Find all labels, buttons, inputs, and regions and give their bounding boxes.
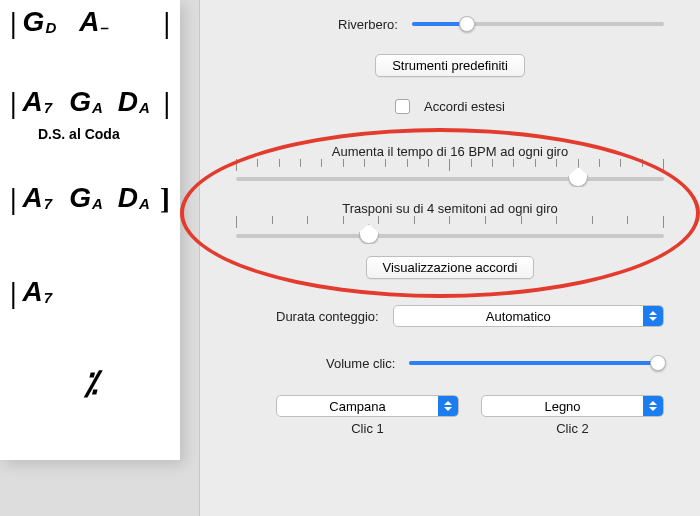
barline: | [163, 8, 170, 38]
default-instruments-button[interactable]: Strumenti predefiniti [375, 54, 525, 77]
click1-select[interactable]: Campana [276, 395, 459, 417]
settings-panel: Riverbero: Strumenti predefiniti Accordi… [200, 0, 700, 516]
reverb-slider[interactable] [412, 14, 664, 34]
count-duration-value: Automatico [404, 309, 633, 324]
transpose-label: Trasponi su di 4 semitoni ad ogni giro [236, 201, 664, 216]
reverb-label: Riverbero: [338, 17, 398, 32]
chord: GD [23, 6, 56, 38]
barline: | [10, 278, 17, 308]
tempo-increase-label: Aumenta il tempo di 16 BPM ad ogni giro [236, 144, 664, 159]
click2-caption: Clic 2 [481, 417, 664, 436]
barline: | [10, 184, 17, 214]
chord: GA [69, 182, 102, 214]
chord: DA [118, 86, 149, 118]
click2-value: Legno [492, 399, 633, 414]
click-volume-slider[interactable] [409, 353, 664, 373]
chord: GA [69, 86, 102, 118]
chevrons-icon [643, 396, 663, 416]
chord-sheet: | GD A– | D.S. al Coda | A7 GA DA | | A7… [0, 0, 180, 460]
click1-caption: Clic 1 [276, 417, 459, 436]
chord: A7 [23, 276, 52, 308]
chord-view-button[interactable]: Visualizzazione accordi [366, 256, 535, 279]
tempo-increase-slider[interactable] [236, 159, 664, 197]
barline: | [10, 88, 17, 118]
click1-value: Campana [287, 399, 428, 414]
count-duration-select[interactable]: Automatico [393, 305, 664, 327]
click2-select[interactable]: Legno [481, 395, 664, 417]
transpose-slider[interactable] [236, 216, 664, 254]
chord: A7 [23, 182, 52, 214]
click-volume-label: Volume clic: [326, 356, 395, 371]
chevrons-icon [643, 306, 663, 326]
chord: A7 [23, 86, 52, 118]
chord: DA [118, 182, 149, 214]
chord: A– [79, 6, 108, 38]
extended-chords-checkbox[interactable] [395, 99, 410, 114]
chevrons-icon [438, 396, 458, 416]
end-bracket: ] [160, 184, 170, 214]
count-duration-label: Durata conteggio: [276, 309, 379, 324]
barline: | [10, 8, 17, 38]
ds-al-coda-marker: D.S. al Coda [38, 126, 120, 142]
barline: | [163, 88, 170, 118]
extended-chords-label: Accordi estesi [424, 99, 505, 114]
repeat-symbol: ⁒ [83, 364, 97, 402]
